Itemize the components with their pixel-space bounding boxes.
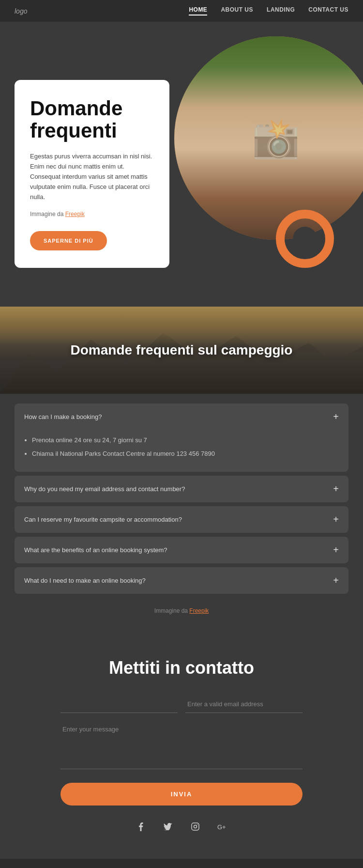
footer: Sample text. Click to select the text bo… [0, 859, 363, 868]
hero-image [174, 36, 363, 240]
googleplus-icon[interactable]: G+ [214, 819, 230, 835]
faq-answer-1-1: Prenota online 24 ore su 24, 7 giorni su… [32, 435, 339, 446]
form-top-row [60, 696, 302, 713]
contact-form: INVIA [60, 696, 302, 806]
faq-header-5[interactable]: What do I need to make an online booking… [15, 567, 348, 594]
message-textarea[interactable] [60, 721, 302, 769]
logo: logo [15, 7, 27, 15]
faq-header-1[interactable]: How can I make a booking? + [15, 403, 348, 430]
navbar: logo HOME ABOUT US LANDING CONTACT US [0, 0, 363, 22]
faq-item-3: Can I reserve my favourite campsite or a… [15, 506, 348, 533]
twitter-icon[interactable] [160, 819, 176, 835]
faq-answer-1-2: Chiama il National Parks Contact Centre … [32, 449, 339, 459]
hero-photo [174, 36, 363, 240]
faq-section: How can I make a booking? + Prenota onli… [0, 394, 363, 634]
faq-image-attr: Immagine da Freepik [15, 598, 348, 619]
hero-description: Egestas purus viverra accumsan in nisl n… [30, 152, 154, 202]
hero-cta-button[interactable]: SAPERNE DI PIÙ [30, 231, 107, 250]
faq-freepik-link[interactable]: Freepik [189, 607, 209, 614]
faq-item-4: What are the benefits of an online booki… [15, 537, 348, 563]
faq-toggle-3[interactable]: + [333, 514, 339, 525]
faq-question-4: What are the benefits of an online booki… [24, 546, 167, 554]
hero-title: Domande frequenti [30, 97, 154, 142]
contact-inner: Mettiti in contatto INVIA [60, 658, 302, 806]
facebook-icon[interactable] [133, 819, 149, 835]
nav-landing[interactable]: LANDING [267, 6, 295, 16]
faq-toggle-1[interactable]: + [333, 411, 339, 422]
nav-links: HOME ABOUT US LANDING CONTACT US [189, 6, 348, 16]
email-input[interactable] [185, 696, 302, 713]
faq-question-3: Can I reserve my favourite campsite or a… [24, 516, 182, 523]
hero-card: Domande frequenti Egestas purus viverra … [15, 80, 169, 268]
nav-contact[interactable]: CONTACT US [308, 6, 348, 16]
contact-title: Mettiti in contatto [60, 658, 302, 678]
faq-mountain-banner: Domande frequenti sul campeggio [0, 307, 363, 394]
faq-toggle-4[interactable]: + [333, 544, 339, 556]
svg-point-1 [194, 825, 197, 828]
nav-about[interactable]: ABOUT US [221, 6, 253, 16]
submit-button[interactable]: INVIA [60, 783, 302, 806]
contact-section: Mettiti in contatto INVIA [0, 634, 363, 859]
freepik-link[interactable]: Freepik [65, 211, 85, 217]
hero-image-attr: Immagine da Freepik [30, 210, 154, 219]
svg-point-2 [197, 824, 197, 825]
faq-header-4[interactable]: What are the benefits of an online booki… [15, 537, 348, 563]
decorative-ring [276, 210, 334, 268]
faq-question-1: How can I make a booking? [24, 413, 102, 420]
faq-header-2[interactable]: Why do you need my email address and con… [15, 476, 348, 502]
faq-banner-title: Domande frequenti sul campeggio [71, 342, 293, 358]
faq-toggle-5[interactable]: + [333, 575, 339, 586]
faq-item-5: What do I need to make an online booking… [15, 567, 348, 594]
faq-question-5: What do I need to make an online booking… [24, 577, 146, 584]
faq-item-2: Why do you need my email address and con… [15, 476, 348, 502]
faq-toggle-2[interactable]: + [333, 483, 339, 495]
faq-body-1: Prenota online 24 ore su 24, 7 giorni su… [15, 430, 348, 472]
hero-section: Domande frequenti Egestas purus viverra … [0, 22, 363, 307]
name-input[interactable] [60, 696, 178, 713]
svg-text:G+: G+ [217, 823, 226, 830]
svg-rect-0 [192, 823, 199, 830]
social-icons: G+ [15, 819, 348, 835]
instagram-icon[interactable] [187, 819, 203, 835]
nav-home[interactable]: HOME [189, 6, 207, 16]
faq-header-3[interactable]: Can I reserve my favourite campsite or a… [15, 506, 348, 533]
faq-question-2: Why do you need my email address and con… [24, 485, 185, 493]
faq-item-1: How can I make a booking? + Prenota onli… [15, 403, 348, 472]
